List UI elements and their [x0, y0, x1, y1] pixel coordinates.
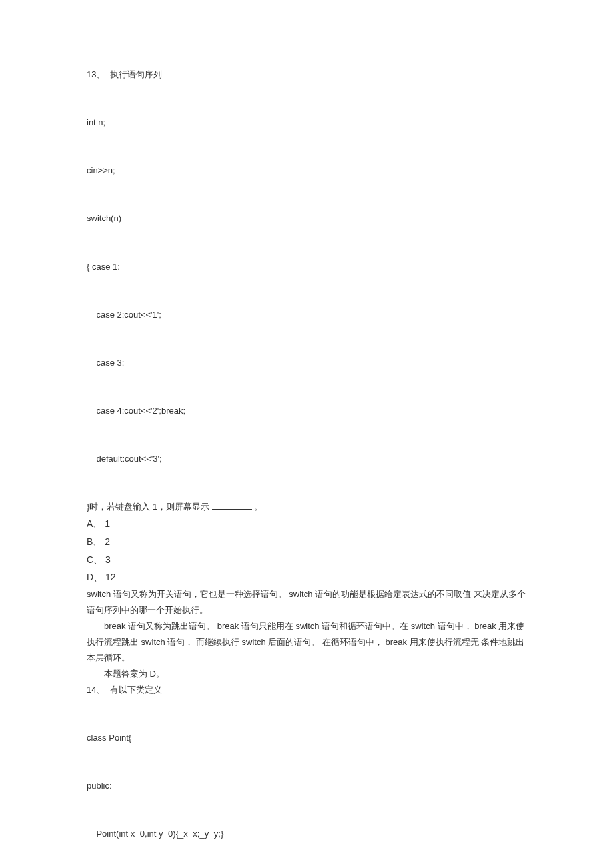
q13-option-d: D、 12 — [87, 568, 526, 586]
q13-option-c: C、 3 — [87, 551, 526, 569]
q13-option-a: A、 1 — [87, 515, 526, 533]
q13-header: 13、 执行语句序列 — [87, 67, 526, 83]
q13-tail: }时，若键盘输入 1，则屏幕显示 。 — [87, 499, 526, 515]
q13-number: 13、 — [87, 67, 105, 83]
code-line: Point(int x=0,int y=0){_x=x;_y=y;} — [87, 826, 526, 842]
q13-explain-1: switch 语句又称为开关语句，它也是一种选择语句。 switch 语句的功能… — [87, 586, 526, 618]
code-line: cin>>n; — [87, 163, 526, 179]
q13-tail-pre: }时，若键盘输入 1，则屏幕显示 — [87, 502, 209, 512]
q13-tail-post: 。 — [254, 502, 263, 512]
q13-code: int n; cin>>n; switch(n) { case 1: case … — [87, 83, 526, 499]
q13-explain-2: break 语句又称为跳出语句。 break 语句只能用在 switch 语句和… — [87, 618, 526, 666]
q14-number: 14、 — [87, 682, 105, 698]
code-line: case 2:cout<<'1'; — [87, 307, 526, 323]
q14-header: 14、 有以下类定义 — [87, 682, 526, 698]
q13-answer: 本题答案为 D。 — [87, 666, 526, 682]
code-line: switch(n) — [87, 211, 526, 226]
code-line: public: — [87, 778, 526, 794]
question-13: 13、 执行语句序列 int n; cin>>n; switch(n) { ca… — [87, 67, 526, 682]
q14-code: class Point{ public: Point(int x=0,int y… — [87, 698, 526, 868]
q14-title: 有以下类定义 — [110, 685, 162, 695]
q13-option-b: B、 2 — [87, 533, 526, 551]
code-line: case 3: — [87, 355, 526, 371]
code-line: default:cout<<'3'; — [87, 451, 526, 467]
code-line: { case 1: — [87, 259, 526, 275]
blank-fill — [212, 500, 252, 510]
code-line: int n; — [87, 115, 526, 131]
code-line: class Point{ — [87, 730, 526, 746]
q13-title: 执行语句序列 — [110, 69, 162, 79]
code-line: case 4:cout<<'2';break; — [87, 403, 526, 419]
question-14: 14、 有以下类定义 class Point{ public: Point(in… — [87, 682, 526, 868]
